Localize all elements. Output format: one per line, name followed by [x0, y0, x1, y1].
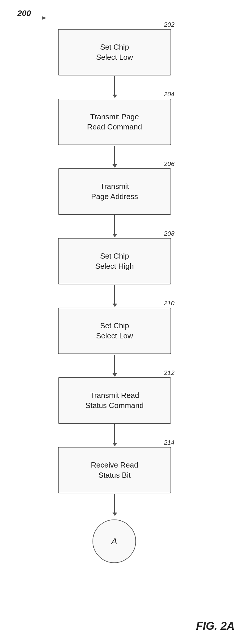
step-label-212: 212 [164, 369, 175, 377]
arrowhead-1 [113, 164, 117, 168]
arrowhead-0 [113, 95, 117, 98]
step-label-202: 202 [164, 21, 175, 28]
flow-box-step-212: Transmit Read Status Command [58, 377, 171, 424]
step-label-206: 206 [164, 160, 175, 168]
svg-marker-1 [42, 16, 46, 20]
arrowhead-6 [113, 513, 117, 516]
flow-box-step-206: Transmit Page Address [58, 168, 171, 215]
flow-box-step-208: Set Chip Select High [58, 238, 171, 284]
arrow-line-4 [114, 355, 115, 373]
terminal-circle: A [93, 519, 136, 563]
flow-box-step-214: Receive Read Status Bit [58, 447, 171, 493]
arrowhead-3 [113, 304, 117, 307]
flow-box-step-202: Set Chip Select Low [58, 29, 171, 75]
step-label-204: 204 [164, 91, 175, 98]
terminal-label: A [111, 536, 117, 546]
step-label-210: 210 [164, 300, 175, 307]
arrow-line-0 [114, 76, 115, 95]
arrow-line-2 [114, 215, 115, 234]
diagram-container: 200 202Set Chip Select Low204Transmit Pa… [0, 0, 252, 644]
figure-label: FIG. 2A [196, 620, 235, 632]
flow-box-step-210: Set Chip Select Low [58, 308, 171, 354]
label-arrow [26, 15, 49, 24]
arrow-line-6 [114, 494, 115, 513]
arrowhead-2 [113, 234, 117, 237]
step-label-208: 208 [164, 230, 175, 237]
arrow-line-1 [114, 146, 115, 164]
arrow-line-5 [114, 424, 115, 443]
step-label-214: 214 [164, 439, 175, 446]
arrowhead-5 [113, 443, 117, 446]
arrowhead-4 [113, 373, 117, 377]
arrow-line-3 [114, 285, 115, 304]
flow-box-step-204: Transmit Page Read Command [58, 99, 171, 145]
